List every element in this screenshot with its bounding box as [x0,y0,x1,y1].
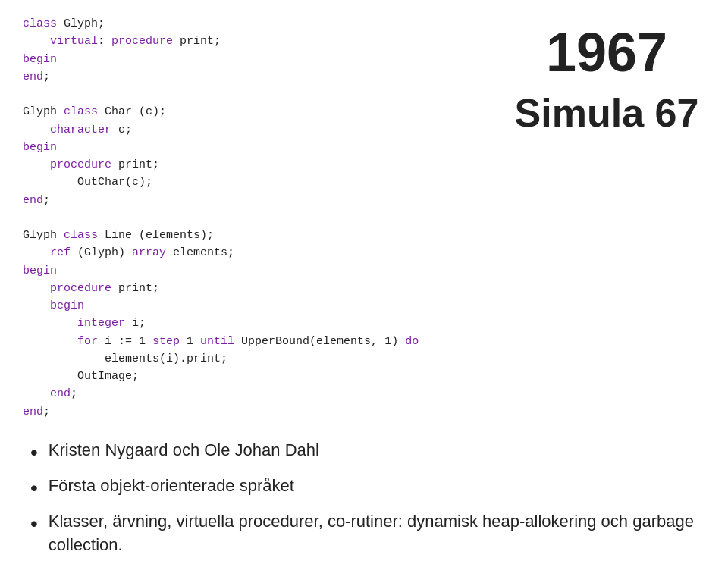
page-container: class Glyph; virtual: procedure print;be… [23,15,705,567]
bullet-item: •Kristen Nygaard och Ole Johan Dahl [30,439,698,467]
code-section: class Glyph; virtual: procedure print;be… [23,15,508,421]
bullet-section: •Kristen Nygaard och Ole Johan Dahl•Förs… [23,439,705,567]
code-line: elements(i).print; [23,350,493,368]
code-line: begin [23,262,493,280]
code-line: procedure print; [23,280,493,297]
top-section: class Glyph; virtual: procedure print;be… [23,15,705,421]
bullet-text: Första objekt-orienterade språket [49,475,294,498]
code-line: Glyph class Line (elements); [23,227,493,244]
code-line: begin [23,297,493,315]
code-line: end; [23,68,493,86]
code-line: end; [23,192,493,209]
code-line [23,86,493,103]
code-line: end; [23,385,493,403]
code-line: character c; [23,121,493,139]
year-label: 1967 [546,23,667,83]
code-line: begin [23,51,493,68]
bullet-item: •Första objekt-orienterade språket [30,475,698,503]
year-section: 1967 Simula 67 [508,15,705,421]
code-line: ref (Glyph) array elements; [23,244,493,262]
code-line: virtual: procedure print; [23,33,493,50]
code-line: for i := 1 step 1 until UpperBound(eleme… [23,333,493,350]
code-line: class Glyph; [23,15,493,33]
code-block: class Glyph; virtual: procedure print;be… [23,15,493,421]
code-line: Glyph class Char (c); [23,103,493,121]
code-line: OutChar(c); [23,174,493,191]
bullet-dot: • [30,509,38,538]
simula-label: Simula 67 [515,90,699,136]
code-line: begin [23,139,493,156]
bullet-dot: • [30,563,38,567]
bullet-dot: • [30,437,38,467]
bullet-text: Klasser, ärvning, virtuella procedurer, … [49,510,698,557]
bullet-item: •Klasser, ärvning, virtuella procedurer,… [30,510,698,557]
bullet-text: Kristen Nygaard och Ole Johan Dahl [49,439,319,462]
code-line [23,209,493,227]
code-line: end; [23,403,493,421]
bullet-dot: • [30,473,38,503]
code-line: OutImage; [23,368,493,385]
code-line: integer i; [23,315,493,332]
code-line: procedure print; [23,156,493,174]
